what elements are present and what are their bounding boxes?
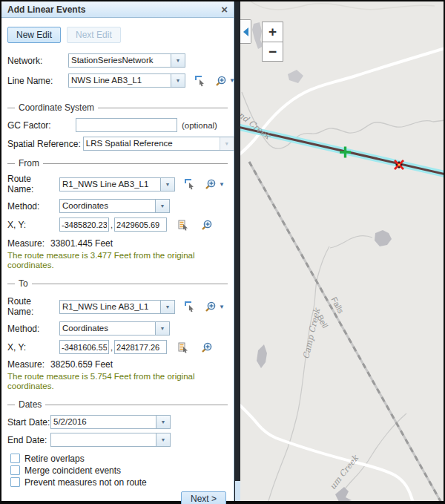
collapse-left-arrow-icon <box>243 27 248 36</box>
next-edit-button: Next Edit <box>67 27 121 43</box>
from-xy-label: X, Y: <box>7 220 59 230</box>
end-date-picker[interactable]: ▼ <box>50 433 171 447</box>
retire-overlaps-label: Retire overlaps <box>24 454 85 464</box>
select-route-on-map-icon[interactable] <box>184 178 196 190</box>
to-measure-label: Measure: <box>7 359 50 370</box>
pond-blob <box>375 230 392 246</box>
scrollbar-thumb[interactable] <box>235 1 240 481</box>
land-blob <box>335 487 352 501</box>
chevron-down-icon[interactable]: ▼ <box>155 322 169 335</box>
road <box>240 48 444 159</box>
coordinate-system-legend: Coordinate System <box>7 102 228 113</box>
zoom-to-route-icon[interactable] <box>205 178 217 190</box>
to-measure-note: The route measure is 5.754 Feet from the… <box>7 372 226 390</box>
from-x-input[interactable] <box>59 217 109 232</box>
chevron-down-icon[interactable]: ▼ <box>156 416 170 428</box>
map-basemap <box>240 1 444 501</box>
chevron-down-icon[interactable]: ▼ <box>155 200 169 212</box>
from-legend: From <box>7 158 228 168</box>
creek-branch <box>330 236 372 248</box>
spatial-reference-label: Spatial Reference: <box>7 139 81 149</box>
select-line-on-map-icon[interactable] <box>194 75 206 87</box>
pond-creek-stream <box>242 92 444 148</box>
to-xy-label: X, Y: <box>7 342 59 353</box>
gc-factor-label: GC Factor: <box>7 120 76 131</box>
to-measure-value: 38250.659 Feet <box>50 359 113 370</box>
add-linear-events-panel: Add Linear Events × New Edit Next Edit N… <box>1 1 234 501</box>
from-route-name-label: Route Name: <box>7 174 59 194</box>
new-edit-button[interactable]: New Edit <box>7 27 61 43</box>
start-date-picker[interactable]: 5/2/2016 ▼ <box>50 415 171 429</box>
panel-title: Add Linear Events <box>7 4 85 15</box>
zoom-options-caret-icon[interactable]: ▼ <box>229 77 235 84</box>
end-date-label: End Date: <box>7 435 50 445</box>
map-zoom-control: + − <box>262 22 283 62</box>
chevron-down-icon[interactable]: ▼ <box>171 74 185 87</box>
zoom-out-button[interactable]: − <box>263 42 283 61</box>
to-method-select[interactable]: Coordinates ▼ <box>59 321 170 336</box>
chevron-down-icon[interactable]: ▼ <box>171 54 185 67</box>
merge-coincident-events-label: Merge coincident events <box>24 465 121 476</box>
panel-titlebar: Add Linear Events × <box>1 1 234 18</box>
from-method-label: Method: <box>7 201 59 212</box>
chevron-down-icon[interactable]: ▼ <box>160 178 174 191</box>
chevron-down-icon[interactable]: ▼ <box>156 433 170 446</box>
pond-blob <box>257 344 267 368</box>
optional-label: (optional) <box>182 121 217 130</box>
zoom-to-route-icon[interactable] <box>205 301 217 312</box>
network-label: Network: <box>7 56 68 66</box>
select-route-on-map-icon[interactable] <box>184 301 196 312</box>
to-point-marker <box>395 160 403 169</box>
map-canvas[interactable]: Pond Creek Falls Bell Camp Creek um Cree… <box>240 1 444 501</box>
line-name-select[interactable]: NWS Line AB3_L1 ▼ <box>68 73 185 88</box>
panel-collapse-tab[interactable] <box>240 19 251 44</box>
zoom-options-caret-icon[interactable]: ▼ <box>219 181 225 188</box>
gc-factor-input[interactable] <box>76 118 177 132</box>
camp-creek-stream <box>268 246 329 501</box>
to-route-name-select[interactable]: R1_NWS Line AB3_L1 ▼ <box>59 300 175 314</box>
start-date-label: Start Date: <box>7 417 50 428</box>
zoom-in-button[interactable]: + <box>263 22 283 42</box>
close-icon[interactable]: × <box>221 4 228 15</box>
from-measure-note: The route measure is 3.477 Feet from the… <box>7 251 226 269</box>
from-route-name-select[interactable]: R1_NWS Line AB3_L1 ▼ <box>59 177 175 192</box>
chevron-down-icon[interactable]: ▼ <box>160 301 174 313</box>
road <box>240 400 414 501</box>
zoom-options-caret-icon[interactable]: ▼ <box>219 304 225 310</box>
from-measure-value: 33801.445 Feet <box>50 238 113 249</box>
prevent-measures-checkbox[interactable] <box>10 477 20 487</box>
chevron-down-icon: ▼ <box>220 137 234 150</box>
to-y-input[interactable] <box>114 340 167 354</box>
spatial-reference-select: LRS Spatial Reference ▼ <box>83 137 234 151</box>
land-blob <box>288 70 303 83</box>
zoom-to-line-icon[interactable] <box>215 75 227 87</box>
from-method-select[interactable]: Coordinates ▼ <box>59 199 170 213</box>
to-method-label: Method: <box>7 324 59 334</box>
faint-boundary-line <box>251 1 435 10</box>
pick-coordinates-icon[interactable] <box>177 341 189 353</box>
dates-legend: Dates <box>7 399 228 410</box>
merge-coincident-events-checkbox[interactable] <box>10 465 20 475</box>
to-x-input[interactable] <box>59 340 109 354</box>
prevent-measures-label: Prevent measures not on route <box>24 477 147 488</box>
panel-scrollbar[interactable] <box>235 1 240 501</box>
zoom-to-point-icon[interactable] <box>201 341 213 353</box>
retire-overlaps-checkbox[interactable] <box>10 454 20 463</box>
to-route-name-label: Route Name: <box>7 296 59 317</box>
from-measure-label: Measure: <box>7 238 50 249</box>
from-y-input[interactable] <box>114 217 167 232</box>
zoom-to-point-icon[interactable] <box>201 219 213 231</box>
to-legend: To <box>7 278 228 289</box>
railroad-dashes <box>249 162 444 501</box>
line-name-label: Line Name: <box>7 76 68 86</box>
pick-coordinates-icon[interactable] <box>177 219 189 231</box>
network-select[interactable]: StationSeriesNetwork ▼ <box>68 53 185 68</box>
next-button[interactable]: Next > <box>181 491 226 504</box>
